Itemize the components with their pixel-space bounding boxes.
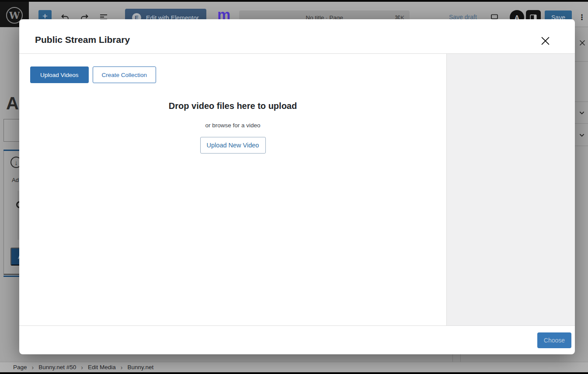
modal-side-panel (446, 54, 575, 325)
modal-footer: Choose (19, 325, 575, 354)
breadcrumb: Page › Bunny.net #50 › Edit Media › Bunn… (0, 362, 588, 372)
modal-content-area: Upload Videos Create Collection Drop vid… (19, 54, 446, 325)
breadcrumb-item-page[interactable]: Page (13, 364, 27, 371)
modal-body: Upload Videos Create Collection Drop vid… (19, 54, 575, 325)
modal-header: Public Stream Library (19, 19, 575, 54)
modal-title: Public Stream Library (35, 35, 130, 45)
video-dropzone[interactable]: Drop video files here to upload or brows… (19, 54, 446, 154)
modal-close-button[interactable] (539, 35, 551, 47)
meta-divider (452, 354, 453, 362)
sidebar-close-icon[interactable] (578, 38, 587, 47)
breadcrumb-item-bunny[interactable]: Bunny.net (127, 364, 153, 371)
panel-chevron-down-icon[interactable] (577, 130, 587, 140)
close-icon (539, 35, 551, 47)
meta-divider (460, 354, 461, 362)
breadcrumb-separator: › (27, 364, 39, 371)
breadcrumb-separator: › (116, 364, 128, 371)
dropzone-heading: Drop video files here to upload (169, 101, 297, 111)
options-kebab-icon[interactable]: ⋮ (578, 11, 586, 24)
breadcrumb-item-bunny-50[interactable]: Bunny.net #50 (38, 364, 76, 371)
choose-button[interactable]: Choose (537, 332, 571, 348)
window-bottom-edge (0, 372, 588, 374)
panel-chevron-down-icon[interactable] (577, 108, 587, 118)
breadcrumb-item-edit-media[interactable]: Edit Media (88, 364, 116, 371)
breadcrumb-separator: › (76, 364, 88, 371)
public-stream-library-modal: Public Stream Library Upload Videos Crea… (19, 19, 575, 354)
upload-new-video-button[interactable]: Upload New Video (200, 137, 266, 154)
dropzone-subtext: or browse for a video (205, 122, 260, 129)
block-text-fragment: Ad (12, 177, 19, 183)
